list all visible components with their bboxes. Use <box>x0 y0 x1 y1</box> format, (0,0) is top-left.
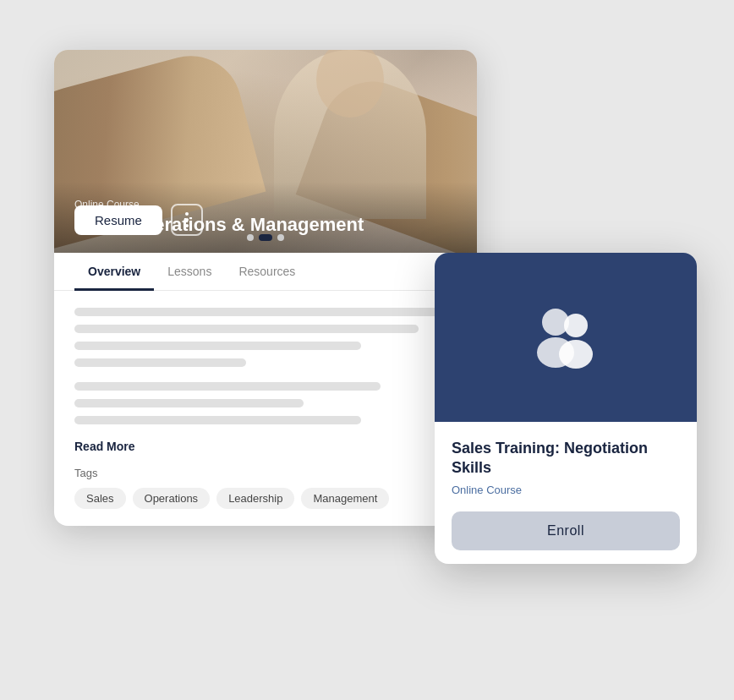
description-paragraph-1 <box>74 308 457 367</box>
description-paragraph-2 <box>74 382 457 424</box>
secondary-course-card: Sales Training: Negotiation Skills Onlin… <box>435 253 697 564</box>
hero-image: Online Course Sales Operations & Managem… <box>54 50 477 253</box>
dot-1 <box>247 234 254 241</box>
tab-overview[interactable]: Overview <box>74 253 154 291</box>
card-body: Sales Training: Negotiation Skills Onlin… <box>435 422 697 564</box>
svg-point-3 <box>559 340 593 369</box>
tags-container: Sales Operations Leadership Management <box>74 488 457 509</box>
text-line <box>74 382 381 391</box>
main-course-card: Online Course Sales Operations & Managem… <box>54 50 477 526</box>
tab-resources[interactable]: Resources <box>225 253 309 291</box>
card-title: Sales Training: Negotiation Skills <box>452 439 680 479</box>
tags-label: Tags <box>74 467 457 479</box>
tag-management[interactable]: Management <box>301 488 389 509</box>
text-line <box>74 358 246 367</box>
text-line <box>74 399 304 407</box>
dot-2-active <box>259 234 272 241</box>
tag-operations[interactable]: Operations <box>133 488 211 509</box>
tag-leadership[interactable]: Leadership <box>216 488 294 509</box>
read-more-link[interactable]: Read More <box>74 440 457 453</box>
enroll-button[interactable]: Enroll <box>452 511 680 550</box>
card-subtitle: Online Course <box>452 484 680 496</box>
text-line <box>74 416 361 424</box>
svg-point-2 <box>564 314 588 337</box>
tab-lessons[interactable]: Lessons <box>154 253 225 291</box>
tag-sales[interactable]: Sales <box>74 488 126 509</box>
text-line <box>74 325 419 333</box>
dot-3 <box>277 234 284 241</box>
more-dots-icon <box>185 212 189 227</box>
text-line <box>74 308 457 316</box>
card-hero-area <box>435 253 697 422</box>
text-line <box>74 342 361 350</box>
content-area: Read More Tags Sales Operations Leadersh… <box>54 291 477 526</box>
people-icon <box>523 304 608 371</box>
progress-indicator <box>54 227 477 248</box>
tab-bar: Overview Lessons Resources <box>54 253 477 291</box>
